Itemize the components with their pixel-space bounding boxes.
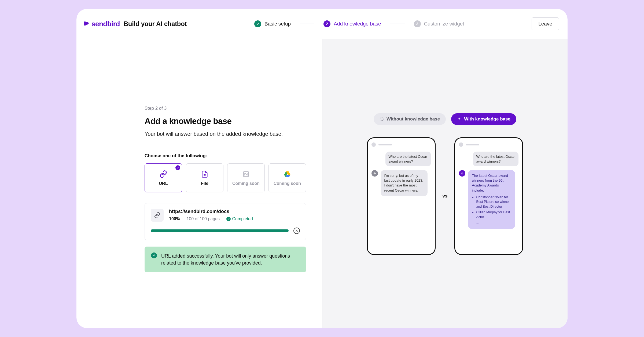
option-gdrive-coming-soon: Coming soon <box>268 163 306 192</box>
step-divider <box>300 24 314 24</box>
sendbird-logo-icon <box>83 20 90 27</box>
bot-message: The latest Oscar award winners from the … <box>468 170 515 229</box>
svg-point-7 <box>462 173 462 174</box>
brand: sendbird <box>83 20 120 28</box>
option-label: Coming soon <box>232 181 260 186</box>
success-message: URL added successfully. Your bot will on… <box>161 252 300 266</box>
file-icon <box>200 170 209 178</box>
list-item: Christopher Nolan for Best Picture co-wi… <box>476 195 511 209</box>
svg-point-3 <box>374 173 374 174</box>
sparkle-icon <box>457 117 461 121</box>
stepper: Basic setup 2 Add knowledge base 3 Custo… <box>193 20 525 27</box>
separator-dot: · <box>183 217 184 221</box>
title-placeholder <box>466 144 479 145</box>
avatar-placeholder-icon <box>459 142 463 147</box>
bot-avatar-icon <box>371 170 378 177</box>
svg-rect-5 <box>374 172 375 173</box>
check-icon <box>254 20 261 27</box>
avatar-placeholder-icon <box>371 142 376 147</box>
cancel-upload-button[interactable] <box>293 228 300 234</box>
svg-rect-6 <box>461 173 463 174</box>
step-customize-widget[interactable]: 3 Customize widget <box>414 20 464 27</box>
phone-header <box>459 142 518 147</box>
title-placeholder <box>378 144 392 145</box>
selected-check-icon <box>175 165 180 170</box>
step-add-knowledge-base[interactable]: 2 Add knowledge base <box>323 20 381 27</box>
check-circle-icon <box>151 252 157 258</box>
right-preview-panel: Without knowledge base With knowledge ba… <box>322 39 568 328</box>
brand-name: sendbird <box>91 20 120 28</box>
link-icon <box>151 209 164 222</box>
option-row: URL File <box>145 163 306 192</box>
option-notion-coming-soon: Coming soon <box>227 163 265 192</box>
tab-label: With knowledge base <box>464 116 510 122</box>
bot-message: I'm sorry, but as of my last update in e… <box>381 170 428 196</box>
step-label: Add knowledge base <box>334 21 381 27</box>
notion-icon <box>242 170 250 178</box>
option-label: Coming soon <box>274 181 301 186</box>
header-left: sendbird Build your AI chatbot <box>83 20 187 28</box>
header: sendbird Build your AI chatbot Basic set… <box>76 9 568 39</box>
upload-url: https://sendbird.com/docs <box>169 209 300 214</box>
body: Step 2 of 3 Add a knowledge base Your bo… <box>76 39 568 328</box>
success-banner: URL added successfully. Your bot will on… <box>145 247 306 272</box>
option-label: URL <box>159 181 168 186</box>
phone-preview-with: Who are the latest Oscar award winners? … <box>454 137 523 255</box>
step-divider <box>390 24 405 24</box>
svg-point-4 <box>375 173 375 174</box>
option-label: File <box>201 181 208 186</box>
choose-label: Choose one of the following: <box>145 153 306 159</box>
option-url[interactable]: URL <box>145 163 182 192</box>
upload-status-card: https://sendbird.com/docs 100% · 100 of … <box>145 203 306 240</box>
tab-label: Without knowledge base <box>387 116 440 122</box>
user-message: Who are the latest Oscar award winners? <box>385 152 431 166</box>
upload-pages: 100 of 100 pages <box>186 217 220 221</box>
gdrive-icon <box>283 170 292 178</box>
svg-rect-9 <box>462 172 462 173</box>
progress-bar-fill <box>151 229 289 232</box>
step-indicator: Step 2 of 3 <box>145 106 306 111</box>
list-item: Cillian Murphy for Best Actor <box>476 210 511 219</box>
step-label: Basic setup <box>264 21 291 27</box>
spinner-icon <box>380 117 384 121</box>
upload-status: Completed <box>232 217 253 221</box>
separator-dot: · <box>222 217 223 221</box>
ellipsis: ... <box>476 221 511 225</box>
step-number-icon: 2 <box>323 20 330 27</box>
user-message: Who are the latest Oscar award winners? <box>473 152 518 166</box>
step-label: Customize widget <box>424 21 464 27</box>
left-panel: Step 2 of 3 Add a knowledge base Your bo… <box>76 39 322 328</box>
link-icon <box>159 170 168 178</box>
upload-meta: 100% · 100 of 100 pages · Completed <box>169 217 300 221</box>
progress-bar <box>151 229 289 232</box>
check-circle-icon <box>226 217 231 221</box>
page-subtitle: Your bot will answer based on the added … <box>145 131 306 137</box>
compare-row: Who are the latest Oscar award winners? … <box>367 137 523 255</box>
svg-point-1 <box>380 118 383 121</box>
tab-without-knowledge[interactable]: Without knowledge base <box>374 113 446 125</box>
leave-button[interactable]: Leave <box>532 17 559 30</box>
phone-header <box>371 142 431 147</box>
option-file[interactable]: File <box>186 163 223 192</box>
step-number-icon: 3 <box>414 20 421 27</box>
phone-preview-without: Who are the latest Oscar award winners? … <box>367 137 436 255</box>
svg-point-8 <box>462 173 463 174</box>
app-frame: sendbird Build your AI chatbot Basic set… <box>76 9 568 328</box>
step-basic-setup[interactable]: Basic setup <box>254 20 291 27</box>
svg-rect-2 <box>373 173 376 174</box>
bot-avatar-icon <box>459 170 465 177</box>
vs-label: vs <box>443 193 448 199</box>
page-header-title: Build your AI chatbot <box>124 20 187 28</box>
bot-reply-intro: The latest Oscar award winners from the … <box>472 174 508 192</box>
page-title: Add a knowledge base <box>145 116 306 126</box>
tab-with-knowledge[interactable]: With knowledge base <box>451 113 516 125</box>
upload-percent: 100% <box>169 217 180 221</box>
preview-tabs: Without knowledge base With knowledge ba… <box>374 113 516 125</box>
